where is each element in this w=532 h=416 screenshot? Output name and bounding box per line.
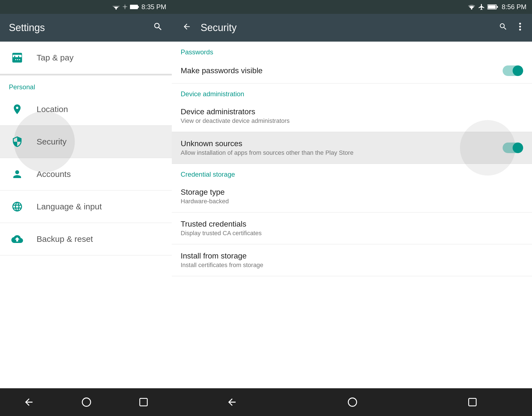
- language-text: Language & input: [37, 202, 102, 211]
- svg-point-8: [471, 8, 472, 10]
- settings-title: Settings: [9, 22, 45, 34]
- svg-point-2: [116, 9, 117, 10]
- device-administrators-main: Device administrators: [181, 107, 290, 116]
- svg-rect-16: [469, 399, 476, 406]
- settings-item-tap-pay[interactable]: Tap & pay: [0, 42, 172, 74]
- svg-point-13: [519, 26, 521, 28]
- app-bar-left: Settings: [0, 14, 172, 42]
- storage-type-item[interactable]: Storage type Hardware-backed: [172, 181, 532, 212]
- unknown-sources-text: Unknown sources Allow installation of ap…: [181, 139, 354, 156]
- tap-pay-label: Tap & pay: [37, 53, 73, 62]
- airplane-icon-right: [478, 3, 485, 11]
- svg-rect-5: [138, 6, 139, 8]
- tap-pay-icon: [9, 49, 25, 66]
- unknown-sources-toggle-container: [503, 143, 523, 153]
- language-label: Language & input: [37, 202, 102, 211]
- status-icons-left: [112, 4, 139, 10]
- accounts-icon: [9, 166, 25, 182]
- home-button-right[interactable]: [342, 392, 362, 412]
- more-options-icon[interactable]: [517, 21, 523, 35]
- wifi-icon-right: [467, 4, 476, 10]
- settings-list: Tap & pay Personal Location Security: [0, 42, 172, 388]
- backup-icon: [9, 231, 25, 247]
- unknown-sources-main: Unknown sources: [181, 139, 354, 148]
- status-bar-right: 8:56 PM: [172, 0, 532, 14]
- svg-point-14: [519, 29, 521, 31]
- recents-button-right[interactable]: [463, 393, 482, 412]
- trusted-credentials-main: Trusted credentials: [181, 220, 262, 229]
- storage-type-sub: Hardware-backed: [181, 198, 229, 205]
- accounts-text: Accounts: [37, 169, 71, 179]
- make-passwords-visible-item[interactable]: Make passwords visible: [172, 58, 532, 83]
- unknown-sources-toggle[interactable]: [503, 143, 523, 153]
- trusted-credentials-text: Trusted credentials Display trusted CA c…: [181, 220, 262, 237]
- settings-item-accounts[interactable]: Accounts: [0, 158, 172, 190]
- unknown-sources-item[interactable]: Unknown sources Allow installation of ap…: [172, 132, 532, 164]
- left-panel: 8:35 PM Settings Tap & pay Personal: [0, 0, 172, 416]
- divider-backup: [0, 255, 172, 255]
- nav-bar-right: [172, 388, 532, 416]
- passwords-section-label: Passwords: [172, 42, 532, 58]
- backup-text: Backup & reset: [37, 234, 93, 244]
- home-button-left[interactable]: [76, 392, 96, 412]
- status-icons-right: 8:56 PM: [467, 3, 526, 11]
- settings-item-backup[interactable]: Backup & reset: [0, 223, 172, 255]
- security-content: Passwords Make passwords visible Device …: [172, 42, 532, 388]
- svg-point-12: [519, 23, 521, 25]
- unknown-sources-thumb: [513, 143, 523, 153]
- search-icon-left[interactable]: [153, 22, 163, 34]
- search-icon-right[interactable]: [497, 21, 509, 35]
- device-admin-section-label: Device administration: [172, 83, 532, 100]
- backup-label: Backup & reset: [37, 234, 93, 243]
- security-text: Security: [37, 137, 66, 146]
- nav-bar-left: [0, 388, 172, 416]
- recents-button-left[interactable]: [134, 393, 153, 412]
- security-icon: [9, 133, 25, 150]
- location-label: Location: [37, 105, 68, 114]
- install-from-storage-item[interactable]: Install from storage Install certificate…: [172, 244, 532, 276]
- install-from-storage-sub: Install certificates from storage: [181, 262, 263, 269]
- location-icon: [9, 101, 25, 118]
- install-from-storage-main: Install from storage: [181, 252, 263, 260]
- security-title: Security: [201, 22, 237, 34]
- storage-type-text: Storage type Hardware-backed: [181, 188, 229, 205]
- back-icon-right[interactable]: [181, 21, 193, 35]
- settings-item-language[interactable]: Language & input: [0, 191, 172, 223]
- back-button-right[interactable]: [222, 392, 242, 412]
- unknown-sources-sub: Allow installation of apps from sources …: [181, 149, 354, 156]
- make-passwords-toggle-container: [503, 65, 523, 76]
- svg-rect-11: [497, 6, 498, 8]
- time-left: 8:35 PM: [142, 3, 166, 11]
- app-bar-actions: [497, 21, 523, 35]
- make-passwords-toggle[interactable]: [503, 65, 523, 76]
- battery-icon-left: [130, 4, 139, 9]
- status-bar-left: 8:35 PM: [0, 0, 172, 14]
- app-bar-right: Security: [172, 14, 532, 42]
- device-administrators-text: Device administrators View or deactivate…: [181, 107, 290, 125]
- language-icon: [9, 198, 25, 215]
- svg-point-6: [82, 398, 91, 406]
- back-button-left[interactable]: [19, 392, 39, 412]
- settings-item-security[interactable]: Security: [0, 126, 172, 158]
- app-bar-left-group: Security: [181, 21, 237, 35]
- svg-rect-10: [488, 5, 496, 9]
- install-from-storage-text: Install from storage Install certificate…: [181, 252, 263, 269]
- divider-install-storage: [172, 276, 532, 276]
- svg-point-15: [348, 398, 357, 406]
- airplane-icon-left: [122, 4, 128, 10]
- trusted-credentials-item[interactable]: Trusted credentials Display trusted CA c…: [172, 212, 532, 244]
- make-passwords-thumb: [513, 65, 523, 76]
- device-administrators-sub: View or deactivate device administrators: [181, 117, 290, 125]
- right-panel: 8:56 PM Security Passwords Make password…: [172, 0, 532, 416]
- make-passwords-visible-text: Make passwords visible: [181, 66, 263, 75]
- svg-rect-7: [140, 399, 147, 406]
- svg-rect-4: [130, 5, 137, 9]
- wifi-icon-left: [112, 4, 120, 10]
- security-label: Security: [37, 137, 66, 146]
- storage-type-main: Storage type: [181, 188, 229, 197]
- location-text: Location: [37, 105, 68, 114]
- time-right: 8:56 PM: [502, 3, 526, 11]
- accounts-label: Accounts: [37, 169, 71, 179]
- make-passwords-visible-main: Make passwords visible: [181, 66, 263, 75]
- tap-pay-text: Tap & pay: [37, 53, 73, 62]
